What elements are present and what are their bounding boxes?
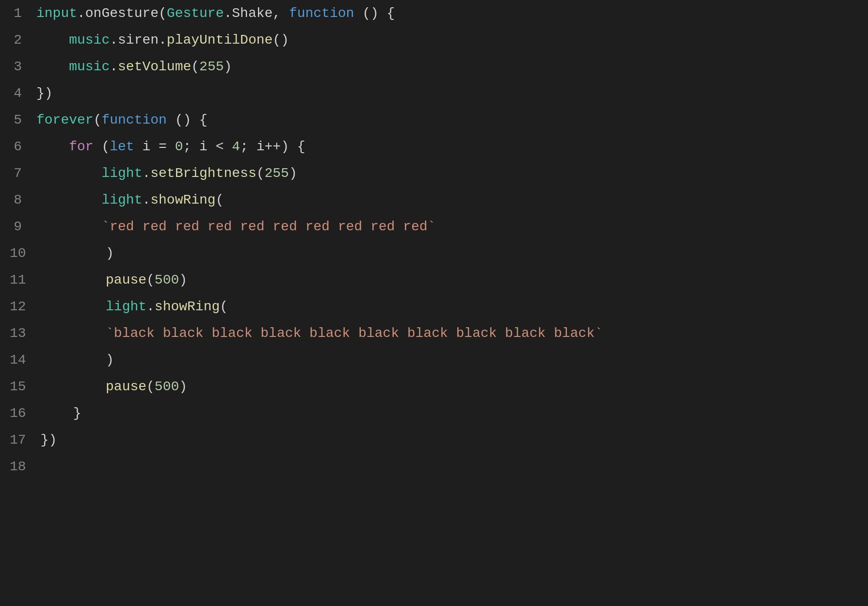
code-token: pause <box>106 379 146 394</box>
code-line: 2 music.siren.playUntilDone() <box>0 27 868 53</box>
line-number: 14 <box>10 347 41 373</box>
code-token: ) <box>41 352 114 367</box>
line-number: 10 <box>10 240 41 267</box>
code-line: 15 pause(500) <box>0 373 868 400</box>
code-token: setVolume <box>118 59 191 74</box>
code-line: 10 ) <box>0 240 868 267</box>
code-token: let <box>110 139 134 154</box>
code-token: ( <box>220 299 228 314</box>
code-line: 11 pause(500) <box>0 267 868 293</box>
code-token: ) <box>224 59 232 74</box>
line-content: forever(function () { <box>36 107 858 133</box>
code-token: light <box>36 166 142 181</box>
code-token: 4 <box>232 139 240 154</box>
code-token: `black black black black black black bla… <box>41 326 603 341</box>
line-content: music.siren.playUntilDone() <box>36 27 858 53</box>
code-line: 17}) <box>0 427 868 453</box>
code-token: ( <box>94 139 110 154</box>
line-content: }) <box>41 427 858 453</box>
code-token: .Shake, <box>224 6 289 21</box>
line-content: input.onGesture(Gesture.Shake, function … <box>36 0 858 27</box>
line-number: 8 <box>10 187 36 213</box>
line-content: light.setBrightness(255) <box>36 160 858 187</box>
code-token: }) <box>36 86 53 101</box>
code-token: 0 <box>175 139 183 154</box>
code-line: 3 music.setVolume(255) <box>0 53 868 80</box>
code-line: 5forever(function () { <box>0 107 868 133</box>
code-token: function <box>289 6 354 21</box>
line-number: 7 <box>10 160 36 187</box>
code-token: pause <box>106 272 146 287</box>
line-number: 5 <box>10 107 36 133</box>
code-line: 18 <box>0 453 868 480</box>
code-token: () { <box>167 112 208 128</box>
line-number: 13 <box>10 320 41 347</box>
code-token: ( <box>257 166 265 181</box>
code-token: for <box>69 139 93 154</box>
line-number: 2 <box>10 27 36 53</box>
code-token: light <box>41 299 146 314</box>
code-token: `red red red red red red red red red red… <box>36 219 435 234</box>
code-token: playUntilDone <box>167 32 273 48</box>
line-content: pause(500) <box>41 373 858 400</box>
code-token: }) <box>41 432 57 447</box>
line-number: 6 <box>10 133 36 160</box>
code-token: ( <box>146 272 155 287</box>
code-token: .siren. <box>110 32 167 48</box>
code-token: light <box>36 192 142 207</box>
code-token: showRing <box>155 299 220 314</box>
code-token <box>36 139 69 154</box>
line-content: for (let i = 0; i < 4; i++) { <box>36 133 858 160</box>
line-number: 15 <box>10 373 41 400</box>
code-token: 500 <box>155 379 179 394</box>
line-number: 1 <box>10 0 36 27</box>
code-line: 16 } <box>0 400 868 427</box>
line-content: ) <box>41 240 858 267</box>
code-line: 6 for (let i = 0; i < 4; i++) { <box>0 133 868 160</box>
code-token: showRing <box>150 192 215 207</box>
line-content: }) <box>36 80 858 107</box>
code-line: 4}) <box>0 80 868 107</box>
line-content: music.setVolume(255) <box>36 53 858 80</box>
line-number: 3 <box>10 53 36 80</box>
line-content: `red red red red red red red red red red… <box>36 213 858 240</box>
line-number: 9 <box>10 213 36 240</box>
code-editor: 1input.onGesture(Gesture.Shake, function… <box>0 0 868 606</box>
code-token: ( <box>191 59 199 74</box>
line-content: `black black black black black black bla… <box>41 320 858 347</box>
code-token: . <box>146 299 155 314</box>
line-number: 17 <box>10 427 41 453</box>
code-token: } <box>41 406 81 421</box>
code-token: ) <box>179 379 187 394</box>
code-token: music <box>36 32 110 48</box>
line-number: 11 <box>10 267 41 293</box>
code-token: . <box>142 192 150 207</box>
line-content: light.showRing( <box>36 187 858 213</box>
code-line: 14 ) <box>0 347 868 373</box>
code-token: function <box>101 112 166 128</box>
code-token: ( <box>146 379 155 394</box>
code-token: 255 <box>199 59 224 74</box>
code-token: ( <box>216 192 224 207</box>
code-line: 13 `black black black black black black … <box>0 320 868 347</box>
code-line: 7 light.setBrightness(255) <box>0 160 868 187</box>
line-content: } <box>41 400 858 427</box>
line-number: 4 <box>10 80 36 107</box>
code-token: input <box>36 6 77 21</box>
code-token: Gesture <box>167 6 224 21</box>
code-token: 255 <box>265 166 289 181</box>
code-token: ) <box>289 166 297 181</box>
code-line: 12 light.showRing( <box>0 293 868 320</box>
code-token: music <box>36 59 110 74</box>
code-line: 8 light.showRing( <box>0 187 868 213</box>
code-token: 500 <box>155 272 179 287</box>
code-token: ; i < <box>183 139 232 154</box>
code-token: ) <box>41 246 114 261</box>
code-token: ( <box>94 112 102 128</box>
code-token: forever <box>36 112 94 128</box>
code-token: .onGesture( <box>77 6 167 21</box>
code-token: setBrightness <box>150 166 256 181</box>
code-token <box>41 272 106 287</box>
line-content: light.showRing( <box>41 293 858 320</box>
line-number: 16 <box>10 400 41 427</box>
